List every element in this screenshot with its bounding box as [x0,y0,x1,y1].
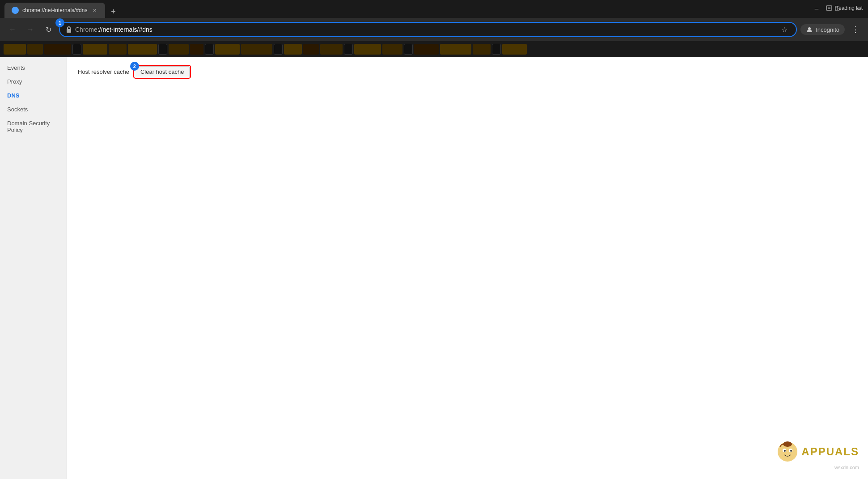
sidebar-item-sockets[interactable]: Sockets [0,102,67,116]
bookmark-items [4,44,527,55]
back-button[interactable]: ← [5,22,20,37]
url-bar[interactable]: 1 Chrome://net-internals/#dns ☆ [59,22,797,37]
bookmark-item[interactable] [502,44,527,55]
sidebar-item-proxy[interactable]: Proxy [0,75,67,89]
refresh-button[interactable]: ↻ [41,22,55,37]
lock-icon [65,26,72,33]
active-tab[interactable]: chrome://net-internals/#dns ✕ [4,3,105,18]
bookmark-item[interactable] [158,44,167,55]
bookmark-item[interactable] [169,44,189,55]
host-resolver-row: Host resolver cache 2 Clear host cache [78,66,857,77]
incognito-button[interactable]: Incognito [800,24,845,35]
tab-title: chrome://net-internals/#dns [22,7,87,13]
bookmark-item[interactable] [440,44,471,55]
bookmark-item[interactable] [4,44,26,55]
bookmark-item[interactable] [44,44,71,55]
bookmarks-bar: Reading list [0,41,868,57]
svg-rect-3 [826,6,832,10]
bookmark-item[interactable] [320,44,343,55]
step2-badge: 2 [130,62,139,71]
bookmark-item[interactable] [27,44,43,55]
appuals-branding: APPUALS wsxdn.com [776,441,859,470]
bookmark-item[interactable] [215,44,240,55]
bookmark-item[interactable] [344,44,353,55]
step1-badge: 1 [55,18,64,27]
incognito-label: Incognito [816,26,839,33]
bookmark-item[interactable] [382,44,402,55]
svg-point-10 [790,450,792,452]
new-tab-button[interactable]: + [107,5,119,18]
bookmark-item[interactable] [414,44,439,55]
incognito-icon [806,26,813,33]
clear-cache-wrapper: 2 Clear host cache [135,66,190,77]
content-area: Host resolver cache 2 Clear host cache [67,57,868,479]
bookmark-item[interactable] [205,44,214,55]
bookmark-item[interactable] [83,44,107,55]
clear-host-cache-button[interactable]: Clear host cache [135,66,190,77]
appuals-text: APPUALS [801,445,859,458]
bookmark-item[interactable] [72,44,81,55]
bookmark-item[interactable] [128,44,157,55]
url-prefix: Chrome [75,26,97,33]
reading-list-label: Reading list [834,5,863,11]
url-text: Chrome://net-internals/#dns [75,26,775,33]
forward-button[interactable]: → [23,22,38,37]
titlebar: chrome://net-internals/#dns ✕ + ─ ❐ ✕ [0,0,868,18]
tab-close-button[interactable]: ✕ [91,7,98,14]
sidebar-item-domain-security-policy[interactable]: Domain Security Policy [0,116,67,137]
svg-point-0 [13,8,17,13]
url-main: ://net-internals/#dns [97,26,152,33]
appuals-logo: APPUALS [776,441,859,463]
watermark-text: wsxdn.com [834,465,859,470]
appuals-brand-name: APPUALS [801,445,859,458]
bookmark-star-icon[interactable]: ☆ [778,23,791,36]
sidebar: Events Proxy DNS Sockets Domain Security… [0,57,67,479]
bookmark-item[interactable] [241,44,272,55]
bookmark-item[interactable] [303,44,319,55]
bookmark-item[interactable] [354,44,381,55]
bookmark-item[interactable] [404,44,413,55]
sidebar-item-events[interactable]: Events [0,61,67,75]
svg-point-11 [783,441,792,447]
sidebar-item-dns[interactable]: DNS [0,89,67,102]
tab-favicon [12,7,19,14]
host-resolver-cache-label: Host resolver cache [78,68,129,75]
bookmark-item[interactable] [190,44,203,55]
bookmark-item[interactable] [109,44,127,55]
addressbar: ← → ↻ 1 Chrome://net-internals/#dns ☆ In… [0,18,868,41]
main-layout: Events Proxy DNS Sockets Domain Security… [0,57,868,479]
svg-rect-1 [67,29,71,33]
appuals-mascot [776,441,799,463]
reading-list-icon [826,4,833,12]
bookmark-item[interactable] [274,44,283,55]
svg-point-9 [784,450,786,452]
chrome-menu-button[interactable]: ⋮ [848,22,863,37]
bookmark-item[interactable] [284,44,302,55]
tab-area: chrome://net-internals/#dns ✕ + [0,0,119,18]
reading-list-button[interactable]: Reading list [820,0,868,16]
bookmark-item[interactable] [473,44,491,55]
bookmark-item[interactable] [492,44,501,55]
